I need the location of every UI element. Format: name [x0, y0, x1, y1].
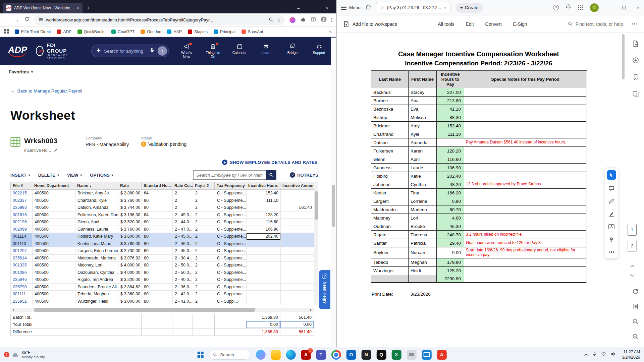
cell-standard-hours[interactable]: 60	[142, 247, 173, 255]
cell-pay2[interactable]: 2	[193, 233, 215, 240]
browser-menu-icon[interactable]	[331, 18, 332, 22]
cell-rate[interactable]: $ 2,700.00	[118, 247, 142, 255]
cell-tax-frequency[interactable]: C - Suppleme...	[215, 247, 247, 255]
cell-incentive-hours[interactable]: 106.90	[247, 226, 281, 233]
table-row[interactable]: 001111 400500 Tebedo, Meghan $ 3,360.00 …	[11, 291, 314, 298]
cell-incentive-amount[interactable]	[281, 247, 314, 255]
export-pdf-icon[interactable]	[632, 40, 639, 48]
table-row[interactable]: 001096 400500 Ouzounian, Cynthia ... $ 4…	[11, 269, 314, 277]
cell-pay2[interactable]: 2	[193, 291, 215, 298]
col-header-standard-hours[interactable]: Standard Ho...	[142, 182, 172, 190]
draw-tool[interactable]	[607, 197, 615, 205]
cell-standard-hours[interactable]: 80	[142, 219, 173, 226]
acrobat-icon[interactable]: A 1	[301, 350, 311, 360]
taskbar-search[interactable]: Search	[209, 350, 250, 360]
all-tools-tab[interactable]: All tools	[438, 21, 454, 27]
esign-tab[interactable]: E-Sign	[513, 21, 527, 27]
mic-icon[interactable]	[150, 48, 155, 54]
tab-close-icon[interactable]: ×	[76, 6, 79, 11]
more-options-icon[interactable]	[632, 23, 638, 25]
table-row[interactable]: 002196 400500 Glenn, April $ 3,520.00 80…	[11, 219, 314, 226]
select-tool[interactable]	[607, 170, 616, 180]
cell-incentive-hours[interactable]	[247, 240, 281, 248]
cell-rate[interactable]: $ 2,884.62	[118, 284, 142, 291]
cell-home-department[interactable]: 400500	[33, 219, 75, 226]
cell-file-number[interactable]: 001113	[11, 240, 33, 248]
cell-pay2[interactable]: 2	[193, 212, 215, 219]
cell-name[interactable]: Keeler, Tina Marie	[75, 240, 118, 248]
cell-rate[interactable]: $ 3,600.00	[118, 233, 142, 240]
adp-logo[interactable]: ADP	[8, 45, 27, 57]
cell-pay2[interactable]: 2	[193, 197, 215, 204]
employee-search-input[interactable]	[193, 170, 266, 180]
cell-rate[interactable]: $ 3,520.00	[118, 219, 142, 226]
cell-name[interactable]: Chartrand, Kyle	[75, 197, 118, 204]
apps-grid-icon[interactable]	[4, 29, 9, 35]
view-button[interactable]: VIEW▾	[67, 173, 82, 178]
printer-icon[interactable]	[407, 350, 416, 360]
cell-incentive-amount[interactable]	[281, 284, 314, 291]
create-button[interactable]: + Create	[455, 3, 483, 13]
cell-incentive-hours[interactable]	[247, 276, 281, 284]
cell-name[interactable]: Maloney, Lori	[75, 262, 118, 269]
cell-file-number[interactable]: 001096	[11, 269, 33, 277]
cell-rate-code[interactable]: 2 - 36.0...	[173, 284, 193, 291]
file-explorer-icon[interactable]	[271, 350, 280, 360]
help-icon[interactable]: ?	[553, 5, 559, 10]
col-header-pay2[interactable]: Pay # 2	[193, 182, 215, 190]
cell-incentive-amount[interactable]	[281, 255, 314, 262]
cell-home-department[interactable]: 400500	[33, 247, 75, 255]
your-totals-amount[interactable]: 0.00	[280, 321, 314, 328]
cell-rate-code[interactable]: 2 - 38.4...	[173, 255, 193, 262]
scroll-left-icon[interactable]	[11, 309, 14, 311]
cell-standard-hours[interactable]: 80	[142, 291, 173, 298]
nav-calendar[interactable]: Calendar	[231, 44, 248, 59]
copilot-icon[interactable]	[256, 350, 265, 360]
home-icon[interactable]	[365, 4, 371, 11]
bookmark-item[interactable]: Staples	[188, 29, 208, 34]
outlook-icon[interactable]: O	[346, 350, 356, 360]
cell-incentive-hours[interactable]	[247, 255, 281, 262]
maximize-button[interactable]	[623, 6, 626, 9]
cell-rate-code[interactable]: 2 - 50.0...	[173, 269, 193, 277]
cell-incentive-amount[interactable]	[281, 233, 314, 240]
hotkeys-button[interactable]: ? HOTKEYS	[290, 172, 318, 178]
cell-standard-hours[interactable]: 80	[142, 276, 173, 284]
cell-pay2[interactable]: 2	[193, 219, 215, 226]
cell-rate-code[interactable]: 2 - 44.0...	[173, 219, 193, 226]
cell-file-number[interactable]: 002215	[11, 190, 33, 197]
cell-rate[interactable]: $ 4,000.00	[118, 262, 142, 269]
cell-pay2[interactable]: 2	[193, 284, 215, 291]
cell-incentive-hours[interactable]: 202.40	[247, 233, 281, 240]
cell-incentive-hours[interactable]: 128.20	[247, 212, 281, 219]
cell-incentive-amount[interactable]	[281, 190, 314, 197]
star-icon[interactable]: ☆	[380, 5, 384, 10]
col-header-incentive-amount[interactable]: Incentive Amount	[280, 182, 314, 190]
scrollbar-thumb[interactable]	[34, 308, 255, 312]
cell-name[interactable]: Rigato, Teri Andrea	[75, 276, 118, 284]
your-totals-hours[interactable]: 0.00	[246, 321, 280, 328]
cell-name[interactable]: Tebedo, Meghan	[75, 291, 118, 298]
cell-incentive-amount[interactable]	[281, 276, 314, 284]
cell-name[interactable]: Fulkerson, Karen Danz	[75, 212, 118, 219]
cell-file-number[interactable]: 001111	[11, 291, 33, 298]
cell-rate-code[interactable]: 2	[173, 190, 193, 197]
notifications-bell-icon[interactable]	[566, 4, 571, 11]
add-file-button[interactable]: Add file to workspace	[343, 21, 397, 27]
cell-incentive-hours[interactable]	[247, 262, 281, 269]
page-thumbnail-2[interactable]: 2	[628, 240, 637, 252]
cell-standard-hours[interactable]: 80	[142, 197, 173, 204]
tab-close-icon[interactable]: ×	[444, 5, 446, 10]
cell-name[interactable]: Wurzinger, Heidi	[75, 298, 118, 305]
nav-learn[interactable]: Learn	[257, 44, 275, 59]
cell-incentive-amount[interactable]	[281, 298, 314, 305]
more-tools[interactable]	[607, 248, 615, 256]
cell-pay2[interactable]: 2	[193, 269, 215, 277]
edit-tab[interactable]: Edit	[466, 21, 474, 27]
cell-tax-frequency[interactable]: C - Suppleme...	[215, 204, 247, 212]
cell-file-number[interactable]: 001114	[11, 233, 33, 240]
profile-avatar[interactable]	[321, 16, 327, 24]
cell-tax-frequency[interactable]: C - Suppleme...	[215, 284, 247, 291]
cell-rate[interactable]: $ 3,200.00	[118, 276, 142, 284]
cell-standard-hours[interactable]: 80	[142, 298, 173, 305]
